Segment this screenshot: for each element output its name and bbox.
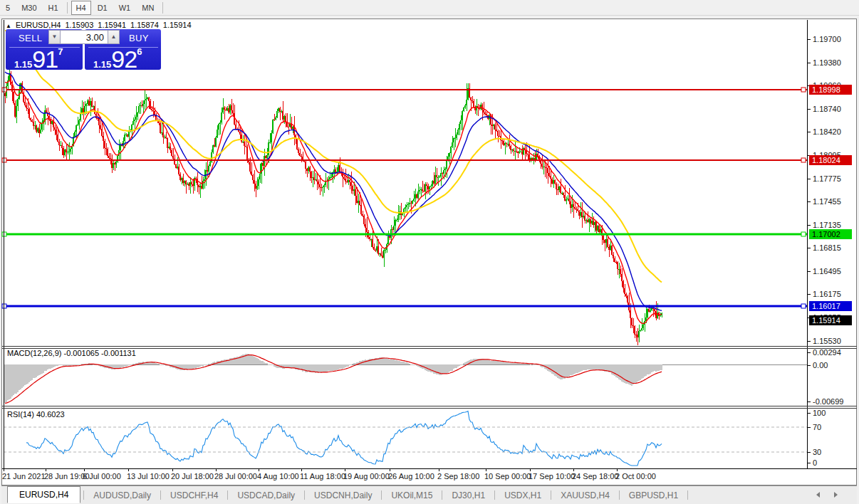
volume-spinner: ▼ ▲ bbox=[48, 30, 120, 44]
sell-button[interactable]: SELL bbox=[19, 33, 42, 43]
chart-canvas[interactable] bbox=[0, 0, 859, 504]
tab-scroll-right-icon[interactable] bbox=[834, 492, 838, 498]
terminal-root: 5M30H1H4D1W1MN ▲EURUSD,H41.159031.159411… bbox=[0, 0, 859, 504]
volume-increase-button[interactable]: ▲ bbox=[108, 30, 120, 44]
volume-input[interactable] bbox=[61, 30, 108, 44]
volume-decrease-button[interactable]: ▼ bbox=[48, 30, 61, 44]
tab-scroll-arrows bbox=[816, 492, 849, 498]
buy-button[interactable]: BUY bbox=[129, 33, 149, 43]
tab-scroll-left-icon[interactable] bbox=[816, 492, 820, 498]
